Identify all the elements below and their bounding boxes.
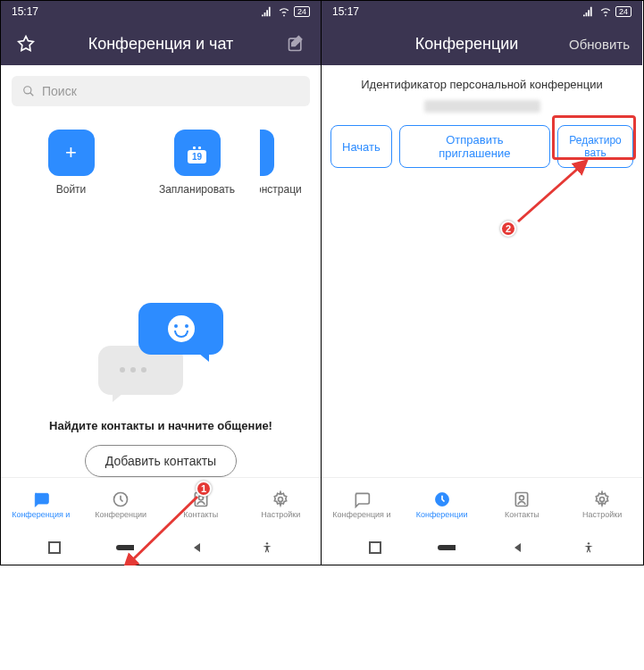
chat-icon bbox=[352, 490, 372, 509]
svg-rect-15 bbox=[438, 545, 456, 550]
header: Конференции Обновить bbox=[322, 22, 642, 65]
status-bar: 15:17 24 bbox=[322, 1, 642, 22]
contact-icon bbox=[512, 490, 531, 509]
svg-point-13 bbox=[600, 498, 605, 502]
status-time: 15:17 bbox=[332, 5, 359, 18]
header-title: Конференции bbox=[364, 35, 569, 54]
svg-rect-14 bbox=[370, 542, 381, 553]
annotation-marker-2: 2 bbox=[500, 221, 516, 237]
schedule-action[interactable]: 19 Запланировать bbox=[134, 130, 260, 196]
svg-point-5 bbox=[279, 498, 283, 502]
nav-chat[interactable]: Конференция и bbox=[322, 478, 402, 531]
gear-icon bbox=[271, 490, 290, 509]
conference-actions: Начать Отправить приглашение Редактиро в… bbox=[322, 125, 642, 168]
chat-icon bbox=[31, 490, 51, 509]
plus-icon: + bbox=[48, 130, 95, 176]
bottom-nav: Конференция и Конференции Контакты Настр… bbox=[322, 477, 642, 531]
nav-contacts[interactable]: Контакты bbox=[482, 478, 563, 531]
gear-icon bbox=[592, 490, 612, 509]
phone-right: 15:17 24 Конференции Обновить Идентифика… bbox=[322, 1, 642, 565]
svg-point-16 bbox=[588, 542, 590, 544]
status-bar: 15:17 24 bbox=[1, 1, 321, 22]
battery-icon: 24 bbox=[615, 6, 631, 17]
sys-recent[interactable] bbox=[366, 539, 384, 557]
signal-icon bbox=[262, 6, 274, 17]
nav-settings[interactable]: Настройки bbox=[241, 478, 322, 531]
join-label: Войти bbox=[56, 183, 87, 196]
bottom-nav: Конференция и Конференции Контакты Настр… bbox=[1, 477, 321, 531]
invite-button[interactable]: Отправить приглашение bbox=[399, 125, 550, 168]
sys-home[interactable] bbox=[116, 539, 134, 557]
nav-meetings[interactable]: Конференции bbox=[81, 478, 162, 531]
quick-actions: + Войти 19 Запланировать Демонстраци bbox=[1, 130, 321, 196]
nav-settings[interactable]: Настройки bbox=[562, 478, 642, 531]
nav-chat[interactable]: Конференция и bbox=[1, 478, 81, 531]
clock-icon bbox=[111, 490, 130, 509]
screenshot-pair: 15:17 24 Конференция и чат Поиск + Войти bbox=[0, 0, 644, 565]
search-input[interactable]: Поиск bbox=[12, 76, 310, 106]
system-nav bbox=[322, 531, 642, 565]
schedule-label: Запланировать bbox=[159, 183, 235, 196]
battery-icon: 24 bbox=[294, 6, 310, 17]
clock-icon bbox=[432, 490, 452, 509]
personal-id-value-blurred bbox=[424, 100, 540, 113]
annotation-marker-1: 1 bbox=[196, 481, 212, 497]
system-nav bbox=[1, 531, 321, 565]
upload-icon bbox=[260, 130, 274, 176]
calendar-icon: 19 bbox=[174, 130, 221, 176]
status-time: 15:17 bbox=[12, 5, 38, 18]
search-placeholder: Поиск bbox=[42, 84, 77, 98]
star-button[interactable] bbox=[8, 35, 44, 53]
status-indicators: 24 bbox=[262, 6, 310, 17]
svg-point-8 bbox=[266, 542, 268, 544]
nav-meetings[interactable]: Конференции bbox=[402, 478, 482, 531]
demo-action[interactable]: Демонстраци bbox=[260, 130, 314, 196]
svg-rect-7 bbox=[116, 545, 134, 550]
join-action[interactable]: + Войти bbox=[8, 130, 134, 196]
chat-illustration bbox=[98, 303, 223, 401]
sys-back[interactable] bbox=[508, 539, 526, 557]
demo-label: Демонстраци bbox=[260, 183, 302, 196]
header-title: Конференция и чат bbox=[44, 35, 278, 54]
sys-accessibility[interactable] bbox=[580, 539, 598, 557]
status-indicators: 24 bbox=[583, 6, 631, 17]
sys-back[interactable] bbox=[188, 539, 205, 557]
sys-home[interactable] bbox=[438, 539, 456, 557]
refresh-button[interactable]: Обновить bbox=[569, 37, 630, 52]
search-icon bbox=[22, 85, 35, 97]
svg-point-1 bbox=[24, 87, 31, 94]
sys-accessibility[interactable] bbox=[258, 539, 276, 557]
sys-recent[interactable] bbox=[46, 539, 63, 557]
wifi-icon bbox=[599, 6, 612, 17]
signal-icon bbox=[583, 6, 596, 17]
phone-left: 15:17 24 Конференция и чат Поиск + Войти bbox=[1, 1, 322, 565]
svg-rect-6 bbox=[49, 542, 60, 553]
empty-state-text: Найдите контакты и начните общение! bbox=[1, 419, 321, 432]
header: Конференция и чат bbox=[1, 22, 321, 65]
svg-point-12 bbox=[520, 496, 524, 500]
edit-button[interactable]: Редактиро вать bbox=[557, 125, 633, 168]
add-contacts-button[interactable]: Добавить контакты bbox=[85, 445, 237, 477]
personal-id-label: Идентификатор персональной конференции bbox=[322, 78, 642, 91]
wifi-icon bbox=[278, 6, 290, 17]
start-button[interactable]: Начать bbox=[330, 125, 392, 168]
compose-button[interactable] bbox=[278, 35, 314, 53]
